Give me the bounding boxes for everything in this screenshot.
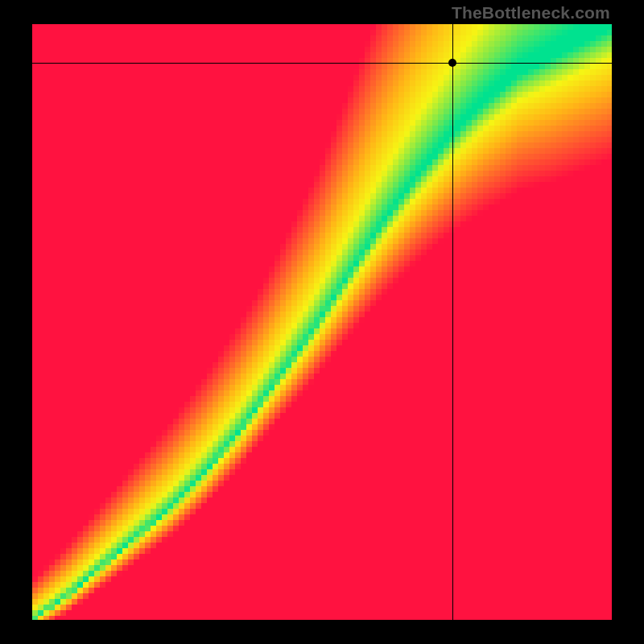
watermark-text: TheBottleneck.com bbox=[452, 3, 610, 23]
chart-frame: TheBottleneck.com bbox=[0, 0, 644, 644]
heatmap-plot bbox=[32, 24, 612, 620]
crosshair-marker bbox=[448, 59, 456, 67]
crosshair-vertical bbox=[452, 24, 453, 620]
heatmap-canvas bbox=[32, 24, 612, 620]
crosshair-horizontal bbox=[32, 63, 612, 64]
